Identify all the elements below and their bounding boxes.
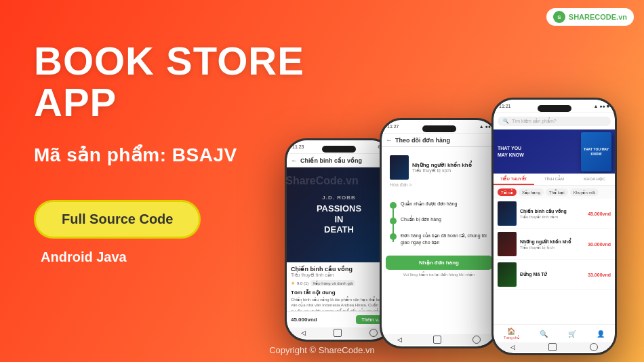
phone-book-detail: 11:23 ⚙ ● ← Chiến binh cầu vồng J.D. ROB… [285,138,393,342]
logo-icon-letter: S [557,14,561,20]
timeline-step-3: Đơn hàng của bạn đã hoàn tất, chúng tôi … [390,233,488,246]
featured-banner: THAT YOUMAY KNOW THAT YOU MAY KNOW [494,129,615,174]
confirm-sub-text: Vui lòng kiểm tra lại đơn hàng khi nhận [382,272,496,277]
phone-nav-right: ◁ [494,342,615,352]
filter-suggest[interactable]: Khuyến mãi [570,188,599,196]
book-thumb-2 [498,232,517,256]
step-1-text: Quản nhận được đơn hàng [401,201,457,207]
nav-home-mid[interactable] [433,336,441,344]
order-item-details: Những người khốn khổ Tiểu thuyết bị kịch [412,162,472,174]
phone-notch-right [538,105,571,112]
book-price-2: 30.000vnd [588,242,611,247]
book-thumb-1 [498,201,517,226]
search-placeholder-text: Tìm kiếm sản phẩm? [512,119,557,124]
time-left: 11:23 [292,144,304,149]
phone-notch-mid [422,125,456,132]
book-info-1: Chiến binh cầu vồng Tiểu thuyết tình cảm [520,209,584,219]
search-bar[interactable]: 🔍 Tìm kiếm sản phẩm? [498,117,611,126]
invoice-link[interactable]: Hóa đơn > [390,182,488,188]
order-item-genre: Tiểu thuyết bị kịch [412,168,472,174]
hero-section: BOOK STORE APP Mã sản phẩm: BSAJV Full S… [34,41,305,265]
nav-cart-item[interactable]: 🛒 [568,330,576,338]
home-label: Trang chủ [504,336,519,340]
featured-book-cover: THAT YOU MAY KNOW [581,132,611,172]
tag-chip: Xếp hàng và danh giá [310,280,355,286]
header-left: ← Chiến binh cầu vồng [287,154,391,167]
phone-nav-left: ◁ [287,327,391,338]
book-info-3: Đứng Mã Tứ [520,272,584,277]
step-2-text: Chuẩn bị đơn hàng [401,217,441,222]
book-big-title: PASSIONSINDEATH [317,203,361,235]
stars: ★ [291,281,295,286]
tech-label: Android Java [41,249,305,265]
time-right: 11:21 [499,104,511,108]
icons-mid: ▲ ●● [479,124,491,129]
cart-icon: 🛒 [568,330,576,338]
nav-back-mid[interactable]: ◁ [397,336,402,343]
header-title-mid: Theo dõi đơn hàng [395,137,450,144]
phone-left-screen: 11:23 ⚙ ● ← Chiến binh cầu vồng J.D. ROB… [287,140,391,340]
search-area: 🔍 Tìm kiếm sản phẩm? [494,113,615,129]
phone-notch [322,146,356,153]
filter-type[interactable]: Thể loại [546,188,568,196]
order-book-thumb [390,155,409,180]
hero-title: BOOK STORE APP [34,41,305,123]
book-list-item-3: Đứng Mã Tứ 33.000vnd [494,260,615,290]
nav-back-btn[interactable]: ◁ [301,329,306,336]
nav-recent-right[interactable] [590,343,598,351]
search-nav-icon: 🔍 [540,330,548,338]
nav-home-item[interactable]: 🏠 Trang chủ [504,327,519,340]
nav-home-btn[interactable] [334,329,342,337]
hero-title-line2: APP [34,80,117,124]
price-row: 45.000vnd Thêm v... [287,311,391,327]
back-icon-left[interactable]: ← [291,157,298,164]
book-title-2: Những người khốn khổ [520,239,584,245]
back-icon-mid[interactable]: ← [386,136,393,144]
filter-all[interactable]: Tất cả [498,188,517,196]
phone-mid-screen: 11:27 ▲ ●● ← Theo dõi đơn hàng Những ngư… [382,120,496,346]
book-detail-genre: Tiểu thuyết tình cảm [291,273,387,278]
cta-button[interactable]: Full Source Code [34,200,201,239]
book-list-item-1: Chiến binh cầu vồng Tiểu thuyết tình cảm… [494,199,615,229]
order-item-row: Những người khốn khổ Tiểu thuyết bị kịch [390,155,488,180]
nav-home-right[interactable] [548,343,557,351]
book-price-1: 45.000vnd [588,212,611,216]
order-item-section: Những người khốn khổ Tiểu thuyết bị kịch… [386,151,492,192]
book-cover: J.D. ROBB PASSIONSINDEATH [287,167,391,262]
phone-order-tracking: 11:27 ▲ ●● ← Theo dõi đơn hàng Những ngư… [380,118,498,348]
step-dot-1 [390,202,397,209]
book-image: J.D. ROBB PASSIONSINDEATH [287,167,391,262]
tab-novel[interactable]: TIỂU THUYẾT [494,174,534,185]
profile-icon: 👤 [597,330,605,338]
phone-store-home: 11:21 ▲ ●● ■ 🔍 Tìm kiếm sản phẩm? THAT Y… [491,98,617,355]
home-icon: 🏠 [507,327,515,335]
copyright-text: Copyright © ShareCode.vn [269,345,375,355]
banner-overlay-text: THAT YOUMAY KNOW [498,145,524,157]
filter-row: Tất cả Xếp hạng Thể loại Khuyến mãi [494,186,615,199]
logo-area: S SHARECODE.vn [546,8,634,26]
step-3-text: Đơn hàng của bạn đã hoàn tất, chúng tôi … [401,233,488,246]
timeline-section: Quản nhận được đơn hàng Chuẩn bị đơn hàn… [386,196,492,252]
order-item-title: Những người khốn khổ [412,162,472,168]
summary-heading: Tóm tắt nội dung [291,289,387,296]
tab-romance[interactable]: TÌNH CẢM [534,174,575,185]
tab-science[interactable]: KHOA HỌC [574,174,615,185]
icons-right: ▲ ●● ■ [593,104,609,108]
book-thumb-3 [498,262,517,287]
nav-recent-btn[interactable] [369,329,378,337]
book-author-name: J.D. ROBB [317,195,361,201]
nav-search-item[interactable]: 🔍 [540,330,548,338]
book-title-3: Đứng Mã Tứ [520,272,584,277]
hero-title-line1: BOOK STORE [34,39,304,83]
filter-sort[interactable]: Xếp hạng [519,188,544,196]
book-cover-content: J.D. ROBB PASSIONSINDEATH [317,195,361,235]
nav-profile-item[interactable]: 👤 [597,330,605,338]
book-price-3: 33.000vnd [588,273,611,277]
bottom-nav: 🏠 Trang chủ 🔍 🛒 👤 [494,324,615,342]
price-display: 45.000vnd [291,317,317,323]
logo-tld: .vn [616,13,627,21]
confirm-order-btn[interactable]: Nhận đơn hàng [386,256,492,270]
nav-recent-mid[interactable] [472,336,481,344]
nav-back-right[interactable]: ◁ [510,344,515,350]
logo-text: SHARECODE.vn [569,13,627,21]
